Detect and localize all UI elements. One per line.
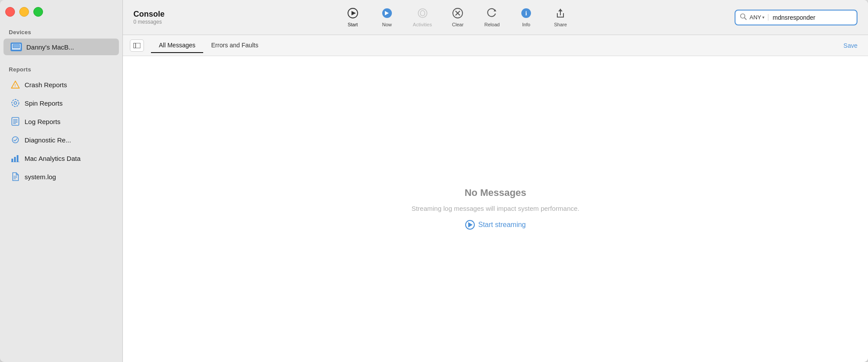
sidebar-item-log-reports[interactable]: Log Reports	[4, 113, 119, 130]
search-value: mdnsresponder	[773, 14, 852, 21]
tab-all-messages[interactable]: All Messages	[151, 38, 203, 53]
tab-bar: All Messages Errors and Faults Save	[123, 35, 868, 56]
reload-button[interactable]: Reload	[477, 5, 507, 30]
toolbar-buttons: Start Now	[179, 5, 735, 30]
svg-point-24	[418, 9, 427, 18]
svg-line-12	[15, 138, 17, 141]
activities-button[interactable]: Activities	[406, 5, 439, 30]
analytics-icon	[11, 153, 20, 163]
svg-point-4	[12, 99, 19, 106]
clear-button[interactable]: Clear	[442, 5, 473, 30]
activities-label: Activities	[413, 22, 432, 27]
sidebar-item-mac-analytics[interactable]: Mac Analytics Data	[4, 149, 119, 167]
toolbar-title: Console 0 messages	[133, 10, 165, 25]
svg-text:i: i	[525, 10, 527, 17]
tab-errors-faults-label: Errors and Faults	[211, 42, 258, 49]
svg-rect-2	[12, 49, 21, 50]
maximize-button[interactable]	[33, 7, 43, 17]
svg-rect-15	[17, 155, 18, 162]
clear-label: Clear	[452, 22, 463, 27]
activities-icon	[417, 7, 428, 21]
clear-icon	[452, 7, 463, 21]
svg-rect-13	[11, 159, 13, 162]
system-log-label: system.log	[25, 173, 56, 181]
device-name: Danny's MacB...	[26, 43, 74, 51]
share-icon	[555, 7, 566, 21]
info-label: Info	[522, 22, 530, 27]
toolbar: Console 0 messages Start	[123, 0, 868, 35]
play-triangle-icon	[468, 222, 473, 227]
main-layout: Devices Danny's MacB... Reports	[0, 0, 868, 362]
svg-rect-1	[13, 45, 19, 48]
close-button[interactable]	[5, 7, 15, 17]
now-label: Now	[382, 22, 392, 27]
chevron-down-icon: ▾	[762, 15, 764, 20]
macbook-icon	[11, 43, 22, 51]
content-area: Console 0 messages Start	[123, 0, 868, 362]
svg-point-5	[14, 102, 17, 104]
search-icon	[740, 13, 747, 22]
play-circle-icon	[465, 220, 475, 230]
spin-reports-label: Spin Reports	[25, 99, 63, 107]
sidebar-item-diagnostic-reports[interactable]: Diagnostic Re...	[4, 131, 119, 149]
search-any-label: ANY	[750, 14, 761, 21]
reports-section-label: Reports	[0, 63, 122, 75]
crash-reports-label: Crash Reports	[25, 81, 67, 89]
svg-marker-21	[352, 11, 356, 15]
svg-rect-35	[133, 43, 140, 48]
start-streaming-button[interactable]: Start streaming	[462, 218, 529, 231]
file-icon	[11, 172, 20, 181]
traffic-lights	[5, 7, 43, 17]
tab-errors-faults[interactable]: Errors and Faults	[203, 38, 266, 53]
share-button[interactable]: Share	[545, 5, 576, 30]
log-icon	[11, 117, 20, 126]
app-title: Console	[133, 10, 165, 19]
start-label: Start	[348, 22, 358, 27]
sidebar-item-crash-reports[interactable]: ! Crash Reports	[4, 76, 119, 93]
search-bar[interactable]: ANY ▾ mdnsresponder	[735, 10, 857, 25]
log-reports-label: Log Reports	[25, 118, 61, 125]
message-count: 0 messages	[133, 19, 165, 25]
sidebar-toggle-button[interactable]	[130, 39, 144, 52]
now-icon	[381, 7, 393, 21]
svg-line-33	[745, 18, 747, 20]
svg-rect-34	[133, 43, 136, 48]
svg-rect-6	[12, 117, 19, 125]
svg-marker-31	[558, 9, 563, 11]
empty-state: No Messages Streaming log messages will …	[123, 56, 868, 362]
sidebar-item-system-log[interactable]: system.log	[4, 168, 119, 185]
info-icon: i	[520, 7, 532, 21]
empty-subtitle: Streaming log messages will impact syste…	[412, 205, 580, 212]
save-button[interactable]: Save	[840, 40, 861, 51]
svg-point-32	[741, 14, 745, 18]
sidebar: Devices Danny's MacB... Reports	[0, 0, 123, 362]
now-button[interactable]: Now	[372, 5, 402, 30]
device-item-macbook[interactable]: Danny's MacB...	[4, 39, 119, 55]
svg-rect-14	[14, 157, 16, 162]
diagnostic-reports-label: Diagnostic Re...	[25, 136, 71, 144]
svg-text:!: !	[14, 83, 16, 88]
reload-icon	[486, 7, 498, 21]
share-label: Share	[554, 22, 567, 27]
mac-analytics-label: Mac Analytics Data	[25, 155, 81, 162]
start-streaming-label: Start streaming	[478, 221, 526, 229]
spin-icon	[11, 98, 20, 108]
start-button[interactable]: Start	[337, 5, 368, 30]
info-button[interactable]: i Info	[511, 5, 542, 30]
empty-title: No Messages	[465, 187, 527, 199]
sidebar-item-spin-reports[interactable]: Spin Reports	[4, 94, 119, 112]
devices-section-label: Devices	[0, 25, 122, 38]
minimize-button[interactable]	[19, 7, 29, 17]
tab-all-messages-label: All Messages	[159, 42, 195, 49]
search-filter[interactable]: ANY ▾	[750, 14, 768, 21]
warning-icon: !	[11, 80, 20, 89]
diagnostic-icon	[11, 135, 20, 145]
start-icon	[347, 7, 359, 21]
app-window: Devices Danny's MacB... Reports	[0, 0, 868, 362]
reload-label: Reload	[484, 22, 500, 27]
